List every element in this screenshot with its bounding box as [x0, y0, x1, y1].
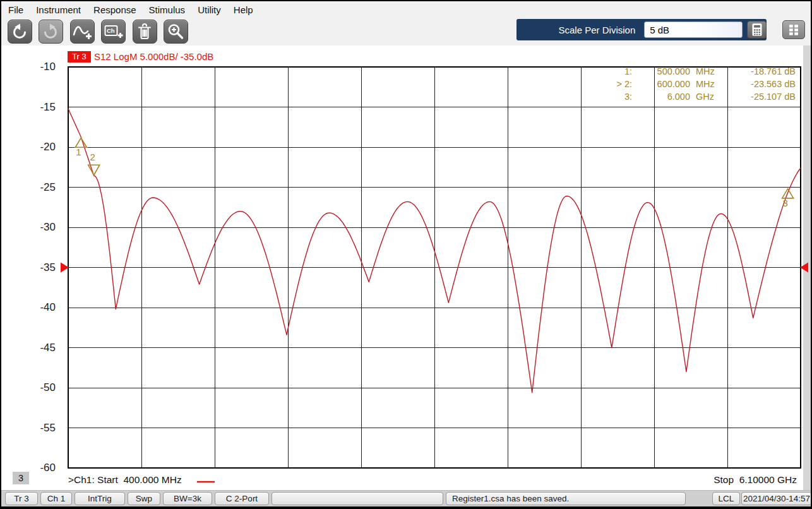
y-axis-label: -10: [19, 60, 56, 74]
svg-text:Ch: Ch: [107, 27, 115, 34]
menu-bar: File Instrument Response Stimulus Utilit…: [1, 1, 811, 18]
marker-2-frequency: 600.000: [632, 78, 690, 90]
add-marker-button[interactable]: [70, 20, 95, 44]
marker-readout-table: 1: 500.000 MHz -18.761 dB > 2: 600.000 M…: [597, 65, 796, 103]
status-lcl: LCL: [712, 492, 740, 505]
vna-application-window: File Instrument Response Stimulus Utilit…: [0, 0, 812, 509]
marker-2-value: -23.563 dB: [725, 78, 796, 90]
y-axis-label: -15: [19, 100, 56, 114]
y-axis-label: -55: [19, 421, 56, 435]
add-channel-button[interactable]: Ch: [101, 20, 126, 44]
marker-3-label: 3:: [597, 90, 632, 103]
delete-button[interactable]: [133, 20, 157, 44]
y-axis-label: -35: [19, 261, 56, 275]
display-layout-button[interactable]: [782, 20, 805, 39]
undo-button[interactable]: [8, 20, 32, 44]
y-axis-label: -45: [19, 341, 56, 355]
y-axis-label: -40: [19, 301, 56, 314]
marker-1-unit: MHz: [690, 65, 725, 78]
status-cal[interactable]: C 2-Port: [215, 492, 269, 505]
marker-2-unit: MHz: [690, 78, 725, 90]
menu-utility[interactable]: Utility: [197, 3, 222, 16]
marker-3-unit: GHz: [690, 90, 725, 103]
right-edge-strip: [803, 45, 811, 490]
add-channel-icon: Ch: [103, 21, 123, 42]
trace-title[interactable]: S12 LogM 5.000dB/ -35.0dB: [94, 51, 213, 63]
marker-readout-row: > 2: 600.000 MHz -23.563 dB: [597, 78, 796, 90]
status-sweep[interactable]: Swp: [128, 492, 160, 505]
plot-canvas: [1, 45, 811, 490]
layout-grid-icon: [785, 21, 803, 38]
menu-instrument[interactable]: Instrument: [35, 3, 81, 16]
menu-response[interactable]: Response: [93, 3, 137, 16]
marker-1-value: -18.761 dB: [725, 65, 796, 78]
marker-2-label: > 2:: [597, 78, 632, 90]
zoom-in-icon: [165, 21, 186, 42]
menu-file[interactable]: File: [8, 3, 24, 16]
menu-help[interactable]: Help: [233, 3, 254, 16]
trash-icon: [134, 21, 155, 42]
undo-icon: [9, 21, 30, 42]
status-bandwidth[interactable]: BW=3k: [163, 492, 212, 505]
keypad-icon: [749, 22, 765, 37]
marker-3-frequency: 6.000: [632, 90, 690, 103]
marker-1-frequency: 500.000: [632, 65, 690, 78]
add-marker-icon: [72, 21, 92, 42]
status-trace[interactable]: Tr 3: [5, 492, 38, 505]
marker-1-label: 1:: [597, 65, 632, 78]
status-empty: [272, 492, 443, 505]
scale-per-division-input[interactable]: [644, 21, 743, 38]
sweep-stop-label: Stop 6.10000 GHz: [713, 474, 797, 486]
y-axis-label: -50: [19, 381, 56, 395]
status-datetime: 2021/04/30-14:57: [741, 492, 812, 505]
y-axis-label: -25: [19, 181, 56, 195]
marker-readout-row: 3: 6.000 GHz -25.107 dB: [597, 90, 796, 103]
toolbar: Ch Scale Per Division: [1, 18, 811, 45]
scale-per-division-label: Scale Per Division: [516, 25, 644, 35]
trace-badge[interactable]: Tr 3: [68, 51, 91, 63]
keypad-button[interactable]: [747, 21, 767, 39]
marker-readout-row: 1: 500.000 MHz -18.761 dB: [597, 65, 796, 78]
status-trigger[interactable]: IntTrig: [75, 492, 125, 505]
redo-button[interactable]: [39, 20, 63, 44]
scale-per-division-panel: Scale Per Division: [516, 19, 767, 40]
sweep-start-label: >Ch1: Start 400.000 MHz: [68, 474, 182, 486]
menu-stimulus[interactable]: Stimulus: [148, 3, 186, 16]
zoom-button[interactable]: [164, 20, 188, 44]
marker-3-value: -25.107 dB: [725, 90, 796, 103]
y-axis-label: -20: [19, 140, 56, 154]
status-message: Register1.csa has been saved.: [446, 492, 686, 505]
y-axis-label: -30: [19, 220, 56, 234]
trace-number-box[interactable]: 3: [13, 472, 29, 484]
redo-icon: [40, 21, 61, 42]
status-channel[interactable]: Ch 1: [40, 492, 72, 505]
status-bar: Tr 3 Ch 1 IntTrig Swp BW=3k C 2-Port Reg…: [1, 490, 811, 506]
